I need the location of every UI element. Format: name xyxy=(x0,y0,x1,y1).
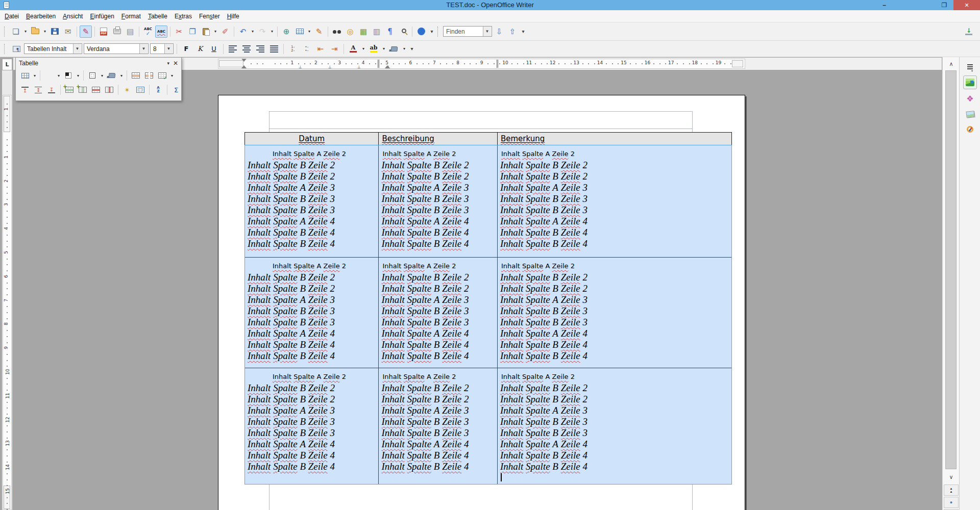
menu-ansicht[interactable]: Ansicht xyxy=(59,11,86,21)
save-icon[interactable] xyxy=(48,26,61,38)
paragraph-style-combo[interactable]: ▼ xyxy=(24,43,82,54)
panel-collapse-icon[interactable]: ▾ xyxy=(163,61,173,66)
table-column-marker[interactable] xyxy=(497,60,498,68)
table-selected-body[interactable]: Inhalt Spalte A Zeile 2Inhalt Spalte B Z… xyxy=(244,145,732,484)
sum-icon[interactable]: Σ xyxy=(170,84,182,95)
hyperlink-icon[interactable]: ⊕ xyxy=(280,26,292,38)
paste-icon[interactable] xyxy=(200,26,212,38)
sidebar-navigator-icon[interactable] xyxy=(963,122,977,136)
highlight-icon[interactable]: ab xyxy=(368,43,380,55)
header-cell-beschreibung[interactable]: Beschreibung xyxy=(378,133,497,145)
table-cell[interactable]: Inhalt Spalte A Zeile 2Inhalt Spalte B Z… xyxy=(245,145,378,257)
sort-icon[interactable]: AZ xyxy=(152,84,164,95)
data-sources-icon[interactable]: ▥ xyxy=(371,26,383,38)
align-left-icon[interactable] xyxy=(227,43,239,55)
menu-extras[interactable]: Extras xyxy=(171,11,195,21)
chevron-down-icon[interactable]: ▼ xyxy=(483,27,491,36)
page-preview-icon[interactable]: ▤ xyxy=(124,26,136,38)
insert-row-icon[interactable] xyxy=(63,84,76,95)
table-row-group[interactable]: Inhalt Spalte A Zeile 2Inhalt Spalte B Z… xyxy=(245,257,731,368)
table-header-row[interactable]: DatumBeschreibungBemerkung xyxy=(244,132,732,145)
new-document-icon-dropdown[interactable]: ▾ xyxy=(23,26,28,38)
find-replace-icon[interactable] xyxy=(331,26,343,38)
line-style-icon-dropdown[interactable]: ▾ xyxy=(56,69,61,82)
vertical-ruler[interactable]: 1123456789101112131415 xyxy=(2,70,12,510)
header-cell-bemerkung[interactable]: Bemerkung xyxy=(497,133,731,145)
table-cell[interactable]: Inhalt Spalte A Zeile 2Inhalt Spalte B Z… xyxy=(378,145,497,257)
find-input[interactable]: ▼ xyxy=(443,26,492,37)
undo-icon-dropdown[interactable]: ▾ xyxy=(250,26,255,38)
tab-type-selector[interactable]: L xyxy=(2,59,12,70)
menu-format[interactable]: Format xyxy=(118,11,144,21)
panel-title-bar[interactable]: Tabelle ▾ ✕ xyxy=(16,58,181,68)
merge-cells-icon[interactable] xyxy=(130,70,142,81)
sidebar-gallery-icon[interactable] xyxy=(963,107,977,121)
undo-icon[interactable]: ↶ xyxy=(237,26,249,38)
table-column-marker[interactable] xyxy=(378,60,379,68)
decrease-indent-icon[interactable]: ⇤ xyxy=(314,43,327,55)
menu-bearbeiten[interactable]: Bearbeiten xyxy=(22,11,59,21)
table-row-group[interactable]: Inhalt Spalte A Zeile 2Inhalt Spalte B Z… xyxy=(245,368,731,484)
open-icon-dropdown[interactable]: ▾ xyxy=(42,26,47,38)
email-icon[interactable]: ✉ xyxy=(62,26,74,38)
insert-table-icon[interactable] xyxy=(293,26,306,38)
delete-row-icon[interactable] xyxy=(90,84,102,95)
underline-button[interactable]: U xyxy=(208,43,220,55)
scrollbar-thumb[interactable] xyxy=(945,70,957,469)
align-center-icon[interactable] xyxy=(240,43,253,55)
document-table[interactable]: DatumBeschreibungBemerkung Inhalt Spalte… xyxy=(244,132,732,484)
optimize-icon[interactable] xyxy=(156,70,168,81)
paragraph-background-icon[interactable] xyxy=(388,43,400,55)
menu-datei[interactable]: Datei xyxy=(1,11,22,21)
restore-button[interactable]: ❐ xyxy=(935,0,953,10)
scroll-up-icon[interactable]: ∧ xyxy=(944,58,959,69)
toolbar-grip[interactable] xyxy=(4,44,6,54)
borders-icon[interactable] xyxy=(86,70,99,81)
close-button[interactable]: ✕ xyxy=(953,0,980,10)
spellcheck-icon[interactable]: ABC✓ xyxy=(142,26,154,38)
font-name-input[interactable] xyxy=(84,45,139,53)
find-text[interactable] xyxy=(444,28,483,35)
font-name-combo[interactable]: ▼ xyxy=(84,43,149,54)
autospellcheck-icon[interactable]: ABC xyxy=(155,26,167,38)
menu-hilfe[interactable]: Hilfe xyxy=(224,11,243,21)
table-cell[interactable]: Inhalt Spalte A Zeile 2Inhalt Spalte B Z… xyxy=(245,368,378,484)
sidebar-styles-icon[interactable]: ❖ xyxy=(963,92,977,106)
table-cell[interactable]: Inhalt Spalte A Zeile 2Inhalt Spalte B Z… xyxy=(378,368,497,484)
italic-button[interactable]: K xyxy=(194,43,206,55)
new-document-icon[interactable]: ❏ xyxy=(10,26,22,38)
find-overflow-icon[interactable]: ▾ xyxy=(520,26,527,38)
styles-window-icon[interactable] xyxy=(10,43,22,55)
formatting-marks-icon[interactable]: ¶ xyxy=(384,26,396,38)
find-previous-icon[interactable]: ⇧ xyxy=(506,26,519,38)
increase-indent-icon[interactable]: ⇥ xyxy=(328,43,340,55)
menu-einfgen[interactable]: Einfügen xyxy=(86,11,117,21)
table-row-group[interactable]: Inhalt Spalte A Zeile 2Inhalt Spalte B Z… xyxy=(245,145,731,257)
update-available-icon[interactable]: ↓ xyxy=(963,26,975,38)
panel-close-icon[interactable]: ✕ xyxy=(173,60,178,67)
format-paintbrush-icon[interactable]: ✐ xyxy=(219,26,231,38)
background-color-icon-dropdown[interactable]: ▾ xyxy=(119,69,124,82)
table-cell[interactable]: Inhalt Spalte A Zeile 2Inhalt Spalte B Z… xyxy=(378,258,497,368)
indent-marker-right[interactable] xyxy=(385,63,390,68)
font-color-icon-dropdown[interactable]: ▾ xyxy=(361,43,366,55)
borders-icon-dropdown[interactable]: ▾ xyxy=(100,69,105,82)
scroll-down-icon[interactable]: ∨ xyxy=(944,471,959,482)
vertical-scrollbar[interactable]: ∧ ∨ ▲ ▲ ● ▼ ▼ xyxy=(942,57,959,510)
toolbar2-overflow-icon[interactable]: ▾ xyxy=(408,43,415,55)
sidebar-settings-icon[interactable]: ▾ xyxy=(963,61,977,75)
valign-center-icon[interactable]: ↕ xyxy=(32,84,44,95)
line-color-icon-dropdown[interactable]: ▾ xyxy=(76,69,81,82)
align-justify-icon[interactable] xyxy=(268,43,280,55)
background-color-icon[interactable] xyxy=(106,70,118,81)
toolbar-grip[interactable] xyxy=(4,27,6,37)
delete-column-icon[interactable] xyxy=(103,84,115,95)
font-color-icon[interactable]: A xyxy=(347,43,359,55)
optimize-icon-dropdown[interactable]: ▾ xyxy=(169,69,175,82)
copy-icon[interactable]: ❐ xyxy=(186,26,199,38)
table-properties-icon[interactable] xyxy=(134,84,146,95)
highlight-icon-dropdown[interactable]: ▾ xyxy=(381,43,386,55)
bullet-list-icon[interactable]: •– •– xyxy=(301,43,313,55)
gallery-icon[interactable]: ▦ xyxy=(357,26,370,38)
line-color-icon[interactable] xyxy=(62,70,75,81)
